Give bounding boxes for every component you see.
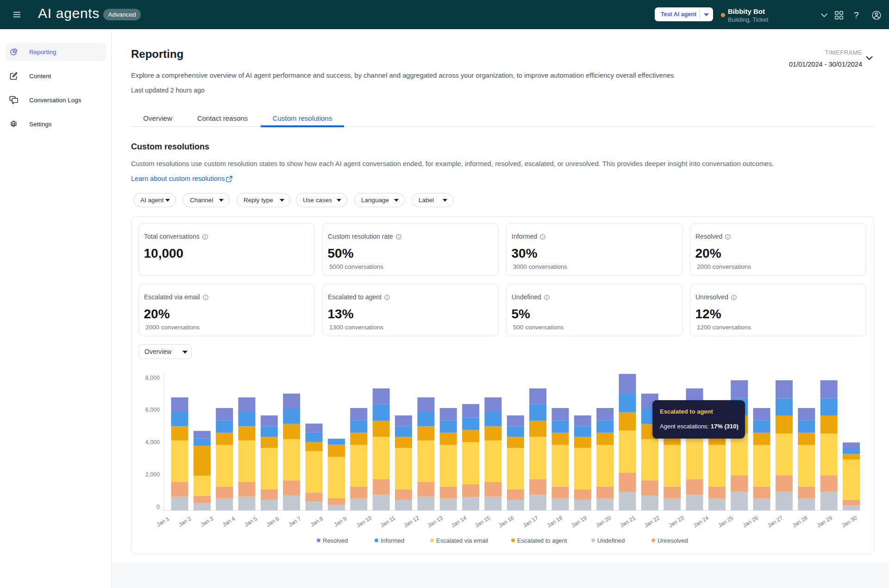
svg-text:Jan 17: Jan 17 — [522, 514, 539, 529]
svg-text:6,000: 6,000 — [145, 407, 160, 413]
svg-text:Jan 7: Jan 7 — [287, 515, 302, 528]
svg-text:Jan 12: Jan 12 — [403, 514, 420, 529]
svg-text:Jan 5: Jan 5 — [244, 515, 259, 528]
svg-text:Jan 25: Jan 25 — [717, 514, 734, 529]
svg-text:Jan 30: Jan 30 — [840, 514, 858, 529]
svg-text:Resolved: Resolved — [323, 537, 348, 544]
svg-text:Jan 27: Jan 27 — [766, 514, 784, 529]
svg-text:Jan 15: Jan 15 — [474, 514, 491, 529]
svg-text:Jan 20: Jan 20 — [595, 514, 612, 529]
svg-text:Jan 21: Jan 21 — [619, 514, 637, 529]
svg-text:Undefined: Undefined — [597, 537, 625, 544]
svg-text:Jan 2: Jan 2 — [177, 515, 193, 528]
svg-text:4,000: 4,000 — [145, 439, 160, 446]
svg-text:Jan 23: Jan 23 — [668, 514, 685, 529]
svg-text:8,000: 8,000 — [145, 375, 160, 381]
svg-text:Jan 24: Jan 24 — [692, 514, 710, 529]
svg-text:Jan 3: Jan 3 — [200, 515, 215, 528]
svg-text:Jan 11: Jan 11 — [379, 514, 396, 529]
svg-text:Unresolved: Unresolved — [657, 537, 688, 544]
svg-text:Jan 13: Jan 13 — [426, 514, 444, 529]
svg-text:Jan 10: Jan 10 — [355, 514, 373, 529]
svg-text:Jan 9: Jan 9 — [333, 515, 348, 528]
svg-text:Jan 4: Jan 4 — [221, 515, 237, 528]
svg-text:Jan 16: Jan 16 — [497, 514, 515, 529]
svg-text:Escalated to agent: Escalated to agent — [517, 537, 567, 544]
svg-text:Jan 29: Jan 29 — [816, 514, 833, 529]
svg-text:Jan 6: Jan 6 — [265, 515, 281, 528]
svg-text:0: 0 — [157, 504, 160, 510]
svg-text:Jan 19: Jan 19 — [570, 514, 588, 529]
svg-text:Jan 28: Jan 28 — [791, 514, 809, 529]
svg-text:Jan 8: Jan 8 — [309, 515, 325, 528]
svg-text:Jan 18: Jan 18 — [546, 514, 563, 529]
svg-text:Informed: Informed — [381, 537, 404, 544]
svg-text:Jan 1: Jan 1 — [156, 515, 171, 528]
svg-text:2,000: 2,000 — [145, 471, 160, 478]
svg-text:Escalated via email: Escalated via email — [436, 537, 488, 544]
svg-text:Jan 22: Jan 22 — [643, 514, 661, 529]
svg-text:Jan 26: Jan 26 — [742, 514, 759, 529]
svg-text:Jan 14: Jan 14 — [450, 514, 468, 529]
